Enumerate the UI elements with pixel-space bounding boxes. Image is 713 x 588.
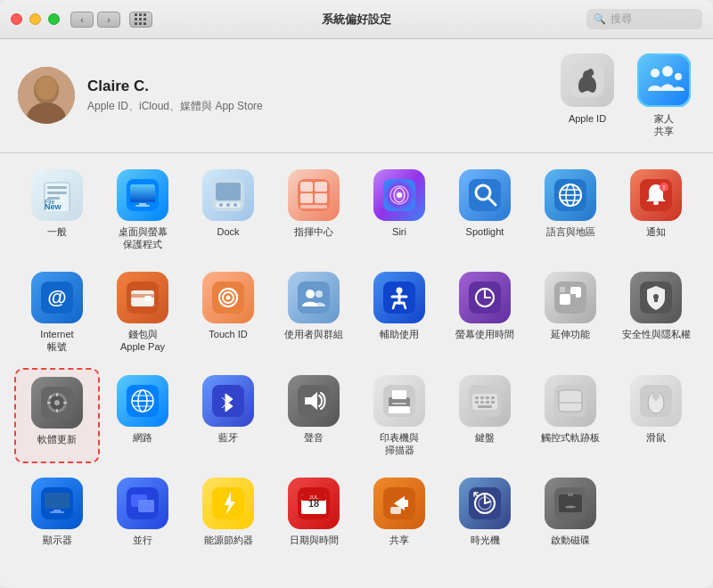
search-box[interactable]: 🔍 搜尋 xyxy=(586,9,702,29)
icon-item-language[interactable]: 語言與地區 xyxy=(528,162,613,258)
svg-point-8 xyxy=(651,69,660,78)
icon-item-sharing[interactable]: 共享 xyxy=(356,470,442,553)
icon-label-mouse: 滑鼠 xyxy=(646,431,666,444)
icon-label-sharing: 共享 xyxy=(389,534,409,546)
profile-subtitle: Apple ID、iCloud、媒體與 App Store xyxy=(87,99,556,114)
icon-label-dock: Dock xyxy=(217,225,239,238)
icon-item-network[interactable]: 網路 xyxy=(100,368,185,464)
icon-item-siri[interactable]: Siri xyxy=(356,162,442,258)
icon-item-extensions[interactable]: 延伸功能 xyxy=(528,265,613,361)
icon-item-accessibility[interactable]: 輔助使用 xyxy=(356,265,442,361)
icon-item-touchid[interactable]: Touch ID xyxy=(185,265,271,361)
icon-item-printer[interactable]: 印表機與掃描器 xyxy=(356,368,442,464)
svg-rect-39 xyxy=(469,179,501,211)
icon-label-keyboard: 鍵盤 xyxy=(475,431,495,444)
icon-box-bluetooth xyxy=(202,375,254,427)
icon-item-timemachine[interactable]: 時光機 xyxy=(442,470,528,553)
icon-box-screentime xyxy=(459,272,511,323)
icon-label-trackpad: 觸控式軌跡板 xyxy=(541,431,600,444)
icon-item-startup[interactable]: 啟動磁碟 xyxy=(528,470,613,553)
icon-item-desktop[interactable]: 桌面與螢幕保護程式 xyxy=(100,162,185,258)
icon-item-dock[interactable]: Dock xyxy=(185,162,271,258)
icon-box-desktop xyxy=(117,169,168,221)
profile-name: Claire C. xyxy=(87,78,556,95)
svg-rect-131 xyxy=(50,511,64,513)
svg-point-61 xyxy=(226,296,231,300)
icon-item-mouse[interactable]: 滑鼠 xyxy=(613,368,699,464)
close-button[interactable] xyxy=(11,13,22,25)
nav-buttons: ‹ › xyxy=(70,12,152,28)
icon-item-notification[interactable]: !通知 xyxy=(613,162,699,258)
icon-item-display[interactable]: 顯示器 xyxy=(14,470,100,553)
icon-item-internet[interactable]: @Internet帳號 xyxy=(14,265,100,361)
traffic-lights xyxy=(11,13,60,25)
icon-label-mission: 指揮中心 xyxy=(294,225,333,238)
back-button[interactable]: ‹ xyxy=(70,12,94,28)
icon-box-wallet xyxy=(117,272,168,323)
svg-rect-80 xyxy=(570,294,576,299)
icon-item-general[interactable]: NewFile一般 xyxy=(14,162,100,258)
icon-item-keyboard[interactable]: 鍵盤 xyxy=(442,368,528,464)
icon-item-parallel[interactable]: 並行 xyxy=(100,470,185,553)
icon-label-wallet: 錢包與Apple Pay xyxy=(120,328,165,354)
svg-rect-111 xyxy=(475,396,479,399)
avatar[interactable] xyxy=(18,67,75,124)
family-sharing-action[interactable]: 家人共享 xyxy=(633,53,695,138)
svg-rect-107 xyxy=(392,390,406,399)
icon-item-users[interactable]: 使用者與群組 xyxy=(271,265,356,361)
icon-label-extensions: 延伸功能 xyxy=(551,328,590,340)
icon-label-software: 軟體更新 xyxy=(37,433,77,445)
icon-box-sharing xyxy=(373,478,425,529)
apple-id-action[interactable]: Apple ID xyxy=(556,53,619,138)
icon-label-general: 一般 xyxy=(47,225,67,238)
minimize-button[interactable] xyxy=(29,13,41,25)
icon-box-network xyxy=(117,375,168,427)
svg-rect-91 xyxy=(47,402,51,404)
icon-box-accessibility xyxy=(373,272,425,323)
grid-icon xyxy=(135,13,147,26)
svg-point-9 xyxy=(662,66,673,77)
svg-rect-34 xyxy=(300,205,327,208)
icon-label-display: 顯示器 xyxy=(43,534,72,546)
svg-text:!: ! xyxy=(663,184,665,191)
icon-item-sound[interactable]: 聲音 xyxy=(271,368,356,464)
svg-point-150 xyxy=(565,506,576,509)
svg-point-10 xyxy=(675,73,682,80)
svg-point-28 xyxy=(234,203,237,207)
icon-label-users: 使用者與群組 xyxy=(284,328,343,340)
icon-box-energy xyxy=(202,478,254,529)
svg-text:JUL: JUL xyxy=(309,494,319,500)
svg-rect-31 xyxy=(315,182,327,192)
icon-item-trackpad[interactable]: 觸控式軌跡板 xyxy=(528,368,613,464)
icon-item-software[interactable]: 軟體更新 xyxy=(14,368,100,464)
icon-item-spotlight[interactable]: Spotlight xyxy=(442,162,528,258)
icon-box-datetime: 18JUL xyxy=(288,478,340,529)
icon-item-wallet[interactable]: 錢包與Apple Pay xyxy=(100,265,185,361)
svg-rect-134 xyxy=(138,500,154,512)
svg-point-66 xyxy=(397,288,403,294)
icon-box-mouse xyxy=(630,375,682,427)
icon-box-trackpad xyxy=(545,375,596,427)
svg-rect-32 xyxy=(300,193,313,203)
icon-box-parallel xyxy=(117,478,168,529)
icon-item-screentime[interactable]: 螢幕使用時間 xyxy=(442,265,528,361)
icon-item-datetime[interactable]: 18JUL日期與時間 xyxy=(271,470,356,553)
icon-item-mission[interactable]: 指揮中心 xyxy=(271,162,356,258)
icon-box-dock xyxy=(202,169,254,221)
svg-rect-112 xyxy=(480,396,484,399)
grid-view-button[interactable] xyxy=(129,12,152,28)
icon-item-energy[interactable]: 能源節約器 xyxy=(185,470,271,553)
icon-box-touchid xyxy=(202,272,254,323)
svg-text:@: @ xyxy=(47,286,66,308)
icon-label-printer: 印表機與掃描器 xyxy=(380,431,419,457)
icon-item-security[interactable]: 安全性與隱私權 xyxy=(613,265,699,361)
svg-rect-114 xyxy=(491,396,495,399)
icon-box-software xyxy=(31,377,83,429)
svg-rect-113 xyxy=(486,396,489,399)
svg-rect-90 xyxy=(56,409,58,412)
fullscreen-button[interactable] xyxy=(48,13,60,25)
icon-item-bluetooth[interactable]: 藍牙 xyxy=(185,368,271,464)
forward-button[interactable]: › xyxy=(97,12,120,28)
icon-box-users xyxy=(288,272,340,323)
svg-point-3 xyxy=(36,77,57,100)
